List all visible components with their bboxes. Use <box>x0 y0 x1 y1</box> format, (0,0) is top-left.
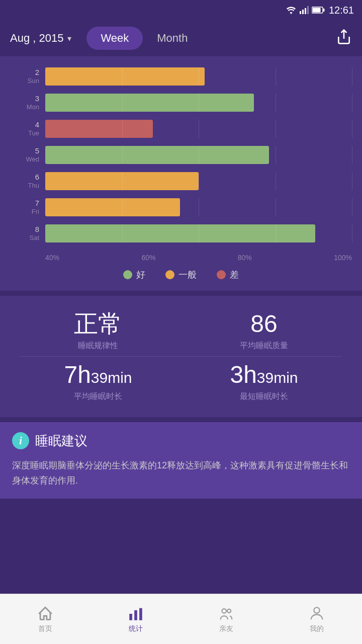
svg-point-13 <box>314 607 319 613</box>
tab-group: Week Month <box>86 27 202 50</box>
svg-rect-10 <box>139 608 142 620</box>
legend-label: 好 <box>136 269 145 281</box>
nav-item-mine[interactable]: 我的 <box>272 605 362 633</box>
svg-rect-5 <box>323 9 324 12</box>
status-icons <box>286 6 325 14</box>
nav-label-home: 首页 <box>38 624 52 633</box>
svg-rect-0 <box>300 11 301 14</box>
month-tab[interactable]: Month <box>143 27 202 50</box>
header: Aug , 2015 ▾ Week Month <box>0 20 362 56</box>
stats-grid-2: 7h39min 平均睡眠时长 3h39min 最短睡眠时长 <box>20 362 342 402</box>
min-h: 3h <box>230 361 256 388</box>
legend-dot <box>165 270 174 279</box>
friends-icon <box>218 605 235 622</box>
bar-day-label: 3Mon <box>10 94 45 112</box>
bar-fill <box>45 146 269 164</box>
date-label: Aug , 2015 <box>10 32 63 45</box>
legend-label: 差 <box>230 269 239 281</box>
share-button[interactable] <box>336 29 352 48</box>
bar-container <box>45 94 352 112</box>
x-axis-label: 100% <box>334 254 352 262</box>
divider <box>20 356 342 357</box>
bar-container <box>45 120 352 138</box>
stat-regularity: 正常 睡眠规律性 <box>20 311 176 351</box>
advice-title-row: i 睡眠建议 <box>12 432 350 450</box>
avg-min: 39min <box>91 369 132 386</box>
min-min: 39min <box>257 369 298 386</box>
bar-row: 2Sun <box>10 66 352 87</box>
nav-label-mine: 我的 <box>310 624 324 633</box>
bar-container <box>45 198 352 216</box>
bar-chart: 2Sun3Mon4Tue5Wed6Thu7Fri8Sat <box>10 66 352 244</box>
advice-title-text: 睡眠建议 <box>35 432 87 450</box>
bar-row: 8Sat <box>10 223 352 244</box>
stats-icon <box>127 605 144 622</box>
bar-day-label: 6Thu <box>10 172 45 190</box>
bar-row: 5Wed <box>10 145 352 165</box>
nav-label-friends: 亲友 <box>219 624 233 633</box>
x-axis: 40%60%80%100% <box>10 250 352 262</box>
bar-row: 4Tue <box>10 119 352 139</box>
home-icon <box>37 605 54 622</box>
bar-day-label: 2Sun <box>10 67 45 86</box>
bar-day-label: 4Tue <box>10 120 45 138</box>
bar-day-label: 7Fri <box>10 198 45 216</box>
svg-rect-1 <box>302 10 304 14</box>
mine-icon <box>308 605 325 622</box>
svg-point-11 <box>222 609 227 613</box>
min-duration-label: 最短睡眠时长 <box>186 391 342 402</box>
stat-quality: 86 平均睡眠质量 <box>186 311 342 351</box>
nav-label-stats: 统计 <box>129 624 143 633</box>
advice-section: i 睡眠建议 深度睡眠期脑垂体分泌的生长激素的12释放达到高峰，这种激素具有促进… <box>0 422 362 499</box>
date-arrow: ▾ <box>67 34 71 43</box>
bar-fill <box>45 120 153 138</box>
nav-item-stats[interactable]: 统计 <box>90 605 181 633</box>
bar-fill <box>45 198 180 216</box>
legend-item: 一般 <box>165 269 197 281</box>
stat-min-duration: 3h39min 最短睡眠时长 <box>186 362 342 402</box>
avg-h: 7h <box>64 361 90 388</box>
legend-item: 好 <box>123 269 145 281</box>
svg-rect-3 <box>307 6 309 14</box>
bar-container <box>45 146 352 164</box>
bar-day-label: 8Sat <box>10 224 45 243</box>
advice-icon: i <box>12 432 29 449</box>
battery-icon <box>312 7 325 14</box>
x-axis-label: 80% <box>238 254 252 262</box>
date-selector[interactable]: Aug , 2015 ▾ <box>10 32 71 45</box>
bar-row: 6Thu <box>10 171 352 191</box>
bottom-nav: 首页 统计 亲友 我的 <box>0 594 362 644</box>
bar-container <box>45 224 352 243</box>
legend-label: 一般 <box>178 269 197 281</box>
svg-rect-2 <box>305 8 306 14</box>
stat-avg-duration: 7h39min 平均睡眠时长 <box>20 362 176 402</box>
regularity-value: 正常 <box>20 311 176 338</box>
bar-fill <box>45 224 315 243</box>
bar-row: 7Fri <box>10 197 352 217</box>
bar-row: 3Mon <box>10 93 352 113</box>
legend-dot <box>217 270 226 279</box>
legend: 好一般差 <box>10 262 352 286</box>
avg-duration-value: 7h39min <box>20 362 176 388</box>
min-duration-value: 3h39min <box>186 362 342 388</box>
quality-label: 平均睡眠质量 <box>186 341 342 351</box>
wifi-icon <box>286 6 297 14</box>
chart-area: 2Sun3Mon4Tue5Wed6Thu7Fri8Sat 40%60%80%10… <box>0 56 362 291</box>
svg-rect-9 <box>134 610 137 620</box>
week-tab[interactable]: Week <box>86 27 143 50</box>
svg-point-12 <box>227 609 231 612</box>
status-bar: 12:61 <box>0 0 362 20</box>
signal-icon <box>300 6 309 14</box>
bar-container <box>45 67 352 86</box>
avg-duration-label: 平均睡眠时长 <box>20 391 176 402</box>
nav-item-home[interactable]: 首页 <box>0 605 90 633</box>
bar-fill <box>45 94 254 112</box>
legend-dot <box>123 270 132 279</box>
advice-text: 深度睡眠期脑垂体分泌的生长激素的12释放达到高峰，这种激素具有促进骨骼生长和身体… <box>12 458 350 489</box>
nav-item-friends[interactable]: 亲友 <box>181 605 272 633</box>
x-axis-label: 40% <box>45 254 59 262</box>
regularity-label: 睡眠规律性 <box>20 341 176 351</box>
legend-item: 差 <box>217 269 239 281</box>
stats-grid: 正常 睡眠规律性 86 平均睡眠质量 <box>20 311 342 351</box>
quality-value: 86 <box>186 311 342 338</box>
